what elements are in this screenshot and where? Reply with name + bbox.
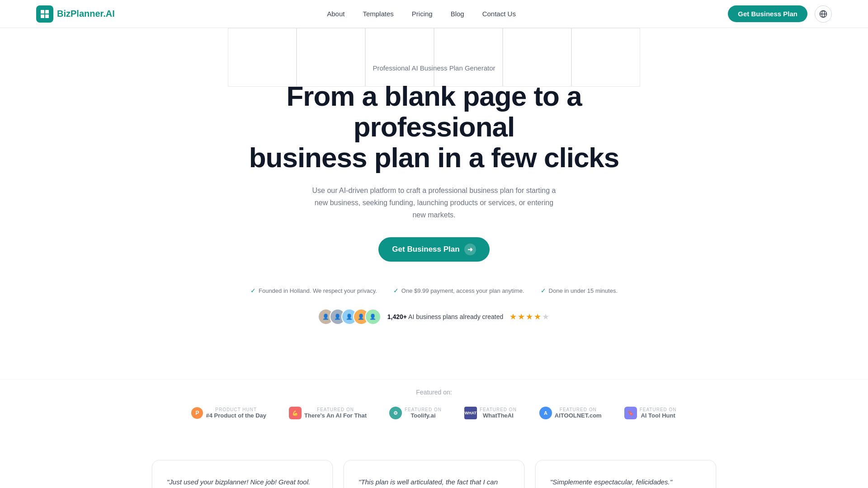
thereisanai-badge: 💪 FEATURED ON There's An AI For That <box>289 407 367 419</box>
nav-blog[interactable]: Blog <box>451 10 464 18</box>
testimonial-card-1: "Just used your bizplanner! Nice job! Gr… <box>152 460 333 488</box>
hero-cta-button[interactable]: Get Business Plan ➜ <box>378 237 489 262</box>
star-rating: ★★★★★ <box>509 312 550 322</box>
nav-contact[interactable]: Contact Us <box>482 10 516 18</box>
thereisanai-icon: 💪 <box>289 407 302 419</box>
svg-rect-0 <box>41 10 44 14</box>
arrow-icon: ➜ <box>464 244 476 255</box>
logo-link[interactable]: BizPlanner.AI <box>36 5 115 23</box>
featured-section: Featured on: P PRODUCT HUNT #4 Product o… <box>0 379 868 437</box>
svg-rect-1 <box>45 10 49 14</box>
hero-title: From a blank page to a professional busi… <box>249 81 619 174</box>
toolify-icon: ⚙ <box>389 407 402 419</box>
featured-whattheai[interactable]: WHAT Featured on WhatTheAI <box>464 407 517 419</box>
svg-rect-2 <box>41 14 44 18</box>
navbar: BizPlanner.AI About Templates Pricing Bl… <box>0 0 868 28</box>
testimonial-quote-2: "This plan is well articulated, the fact… <box>359 477 509 488</box>
check-icon-1: ✓ <box>250 287 256 294</box>
featured-logos: P PRODUCT HUNT #4 Product of the Day 💪 F… <box>36 407 832 419</box>
featured-label: Featured on: <box>36 389 832 396</box>
aitoolhunt-icon: 🔖 <box>624 407 637 419</box>
logo-svg <box>39 9 50 19</box>
featured-producthunt[interactable]: P PRODUCT HUNT #4 Product of the Day <box>191 407 266 419</box>
globe-icon <box>819 10 827 18</box>
nav-pricing[interactable]: Pricing <box>412 10 433 18</box>
hero-section: Professional AI Business Plan Generator … <box>240 28 628 379</box>
avatar-5: 👤 <box>365 309 381 325</box>
aitoolnet-badge: A FEATURED ON AITOOLNET.com <box>539 407 602 419</box>
featured-aitoolhunt[interactable]: 🔖 FEATURED ON AI Tool Hunt <box>624 407 677 419</box>
trust-badge-privacy: ✓ Founded in Holland. We respect your pr… <box>250 287 377 294</box>
nav-about[interactable]: About <box>327 10 344 18</box>
avatar-group: 👤 👤 👤 👤 👤 <box>318 309 381 325</box>
social-proof: 👤 👤 👤 👤 👤 1,420+ AI business plans alrea… <box>249 309 619 325</box>
logo-icon <box>36 5 53 23</box>
proof-count-text: 1,420+ AI business plans already created <box>387 313 503 320</box>
testimonials-grid: "Just used your bizplanner! Nice job! Gr… <box>36 446 832 488</box>
aitoolnet-icon: A <box>539 407 552 419</box>
featured-toolify[interactable]: ⚙ FEATURED ON Toolify.ai <box>389 407 442 419</box>
nav-cta-button[interactable]: Get Business Plan <box>728 5 807 22</box>
trust-badges: ✓ Founded in Holland. We respect your pr… <box>249 287 619 294</box>
producthunt-badge: P PRODUCT HUNT #4 Product of the Day <box>191 407 266 419</box>
producthunt-icon: P <box>191 407 203 419</box>
nav-templates[interactable]: Templates <box>363 10 393 18</box>
logo-text: BizPlanner.AI <box>57 9 115 19</box>
svg-rect-3 <box>45 14 49 18</box>
nav-links: About Templates Pricing Blog Contact Us <box>327 10 516 18</box>
whattheai-icon: WHAT <box>464 407 477 419</box>
trust-badge-payment: ✓ One $9.99 payment, access your plan an… <box>393 287 524 294</box>
testimonial-card-3: "Simplemente espectacular, felicidades."… <box>535 460 716 488</box>
aitoolhunt-badge: 🔖 FEATURED ON AI Tool Hunt <box>624 407 677 419</box>
trust-badge-speed: ✓ Done in under 15 minutes. <box>541 287 618 294</box>
language-button[interactable] <box>815 5 832 23</box>
hero-description: Use our AI-driven platform to craft a pr… <box>307 184 561 221</box>
testimonials-section: "Just used your bizplanner! Nice job! Gr… <box>0 437 868 488</box>
check-icon-2: ✓ <box>393 287 399 294</box>
whattheai-badge: WHAT Featured on WhatTheAI <box>464 407 517 419</box>
featured-thereisanai[interactable]: 💪 FEATURED ON There's An AI For That <box>289 407 367 419</box>
check-icon-3: ✓ <box>541 287 546 294</box>
testimonial-card-2: "This plan is well articulated, the fact… <box>344 460 524 488</box>
testimonial-quote-3: "Simplemente espectacular, felicidades." <box>550 477 701 488</box>
nav-right: Get Business Plan <box>728 5 832 23</box>
featured-aitoolnet[interactable]: A FEATURED ON AITOOLNET.com <box>539 407 602 419</box>
toolify-badge: ⚙ FEATURED ON Toolify.ai <box>389 407 442 419</box>
hero-subtitle: Professional AI Business Plan Generator <box>249 64 619 72</box>
testimonial-quote-1: "Just used your bizplanner! Nice job! Gr… <box>167 477 318 488</box>
